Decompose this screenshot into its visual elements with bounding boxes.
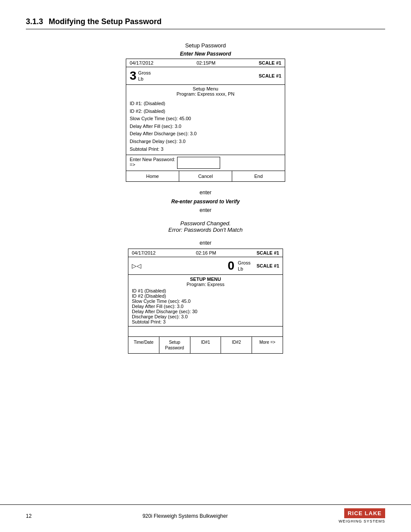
screen2-header: 04/17/2012 02:16 PM SCALE #1 <box>128 249 283 257</box>
screen2-enter-label: enter <box>26 240 385 246</box>
screen2-buttons: Time/Date SetupPassword ID#1 ID#2 More =… <box>128 337 283 353</box>
screen2: 04/17/2012 02:16 PM SCALE #1 ▷◁ 0 Gross … <box>128 249 283 354</box>
body-line-2: ID #2: (Disabled) <box>130 108 281 115</box>
screen2-weight-number: 0 <box>228 259 235 273</box>
screen1-btn-end[interactable]: End <box>232 171 285 181</box>
screen2-btn-id1[interactable]: ID#1 <box>190 337 221 353</box>
screen2-body-line-5: Delay After Discharge (sec): 30 <box>132 309 279 314</box>
section-number: 3.1.3 <box>26 17 43 26</box>
footer-doc-title: 920i Flexweigh Systems Bulkweigher <box>143 513 228 519</box>
screen1-program: Program: Express xxxx, PN <box>126 91 285 96</box>
screen2-program: Program: Express <box>132 282 279 287</box>
footer-logo: RICE LAKE WEIGHING SYSTEMS <box>339 508 385 523</box>
screen2-body-line-2: ID #2 (Disabled) <box>132 293 279 299</box>
logo-text: RICE LAKE <box>344 508 385 518</box>
screen2-time: 02:16 PM <box>196 250 216 255</box>
screen2-weight-unit2: Lb <box>238 266 250 272</box>
screen2-btn-more[interactable]: More => <box>252 337 283 353</box>
screen1-scale: SCALE #1 <box>258 60 281 65</box>
screen2-btn-id2[interactable]: ID#2 <box>221 337 252 353</box>
screen2-body-line-3: Slow Cycle Time (sec): 45.0 <box>132 299 279 304</box>
screen1-btn-home[interactable]: Home <box>126 171 179 181</box>
screen2-body-line-7: Subtotal Print: 3 <box>132 319 279 324</box>
body-line-5: Delay After Discharge (sec): 3.0 <box>130 130 281 138</box>
screen2-body-line-1: ID #1 (Disabled) <box>132 288 279 293</box>
screen1-menu-title: Setup Menu <box>126 85 285 91</box>
instruction-step2: Re-enter password to Verify <box>171 199 240 205</box>
screen2-blank-row <box>128 327 283 337</box>
screen2-btn-setup-password[interactable]: SetupPassword <box>159 337 190 353</box>
body-line-3: Slow Cycle Time (sec): 45.00 <box>130 115 281 123</box>
screen2-menu-title: SETUP MENU <box>132 277 279 282</box>
screen2-btn-timedate[interactable]: Time/Date <box>128 337 159 353</box>
screen1-weight-number: 3 <box>130 69 137 83</box>
screen2-menu-area: SETUP MENU Program: Express ID #1 (Disab… <box>128 275 283 327</box>
screen2-body-line-4: Delay After Fill (sec): 3.0 <box>132 304 279 309</box>
body-line-1: ID #1: (Disabled) <box>130 100 281 108</box>
status-changed: Password Changed. <box>26 220 385 227</box>
screen1-btn-cancel[interactable]: Cancel <box>179 171 232 181</box>
screen2-weight-area: ▷◁ 0 Gross Lb SCALE #1 <box>128 257 283 275</box>
screen1-header: 04/17/2012 02:15PM SCALE #1 <box>126 59 285 67</box>
enter-new-password-label: Enter New Password <box>180 51 231 57</box>
screen2-weight-unit: Gross <box>238 260 250 266</box>
section-heading: 3.1.3 Modifying the Setup Password <box>26 17 385 29</box>
body-line-6: Discharge Delay (sec): 3.0 <box>130 138 281 146</box>
screen1-date: 04/17/2012 <box>130 60 153 65</box>
screen1-input-row: Enter New Password: => <box>126 155 285 171</box>
input-prompt: => <box>130 162 175 167</box>
screen2-body-line-6: Discharge Delay (sec): 3.0 <box>132 314 279 319</box>
screen1-input-box[interactable] <box>177 157 220 169</box>
logo-sub: WEIGHING SYSTEMS <box>339 519 385 523</box>
screen2-scale-right: SCALE #1 <box>256 263 279 268</box>
screen1: 04/17/2012 02:15PM SCALE #1 3 Gross Lb S… <box>126 59 285 182</box>
instruction-step3: enter <box>26 207 385 213</box>
body-line-7: Subtotal Print: 3 <box>130 146 281 153</box>
footer-page-num: 12 <box>26 513 31 519</box>
section-title: Modifying the Setup Password <box>49 17 162 26</box>
screen2-scale: SCALE #1 <box>256 250 279 255</box>
page-footer: 12 920i Flexweigh Systems Bulkweigher RI… <box>0 504 411 523</box>
screen2-arrows: ▷◁ <box>132 262 141 269</box>
screen1-scale-right: SCALE #1 <box>258 73 281 78</box>
screen1-body: ID #1: (Disabled) ID #2: (Disabled) Slow… <box>126 98 285 155</box>
screen1-time: 02:15PM <box>196 60 215 65</box>
instruction-step1: enter <box>26 190 385 196</box>
input-label: Enter New Password: <box>130 157 175 162</box>
screen1-weight-unit2: Lb <box>138 76 151 82</box>
body-line-4: Delay After Fill (sec): 3.0 <box>130 123 281 131</box>
screen1-label: Setup Password <box>185 42 226 49</box>
screen2-date: 04/17/2012 <box>132 250 156 255</box>
screen1-weight-row: 3 Gross Lb SCALE #1 <box>126 67 285 85</box>
status-error: Error: Passwords Don't Match <box>26 227 385 233</box>
screen1-buttons: Home Cancel End <box>126 171 285 181</box>
screen1-weight-unit: Gross <box>138 70 151 76</box>
